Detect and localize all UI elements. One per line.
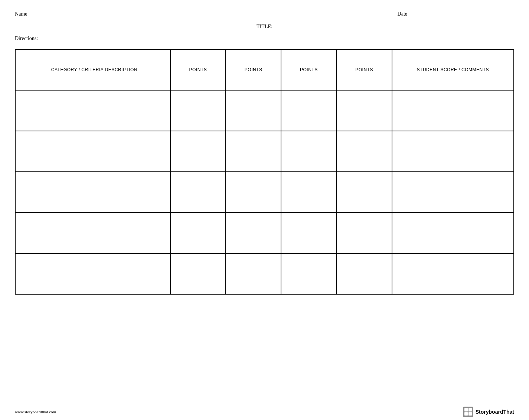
table-row	[15, 172, 514, 213]
cell-row1-score	[392, 131, 514, 172]
cell-row2-points1	[170, 172, 226, 213]
cell-row0-points3	[281, 90, 336, 131]
table-header-row: CATEGORY / CRITERIA DESCRIPTION POINTS P…	[15, 49, 514, 90]
title-label: TITLE:	[257, 24, 272, 29]
cell-row3-points3	[281, 213, 336, 253]
cell-row3-points2	[226, 213, 281, 253]
cell-row4-category	[15, 253, 170, 294]
cell-row0-points2	[226, 90, 281, 131]
col-header-points3: POINTS	[281, 49, 336, 90]
storyboardthat-logo-icon	[463, 407, 473, 417]
svg-rect-1	[468, 408, 472, 411]
cell-row1-points3	[281, 131, 336, 172]
directions-row: Directions:	[15, 36, 514, 42]
rubric-table: CATEGORY / CRITERIA DESCRIPTION POINTS P…	[15, 49, 514, 295]
cell-row1-points2	[226, 131, 281, 172]
cell-row1-points4	[336, 131, 392, 172]
name-field: Name	[15, 11, 245, 17]
col-header-score: STUDENT SCORE / COMMENTS	[392, 49, 514, 90]
cell-row4-points2	[226, 253, 281, 294]
brand-name: StoryboardThat	[476, 409, 514, 415]
cell-row1-points1	[170, 131, 226, 172]
cell-row1-category	[15, 131, 170, 172]
cell-row4-score	[392, 253, 514, 294]
cell-row0-points1	[170, 90, 226, 131]
date-line	[410, 11, 514, 17]
col-header-points4: POINTS	[336, 49, 392, 90]
col-header-points2: POINTS	[226, 49, 281, 90]
cell-row2-points2	[226, 172, 281, 213]
cell-row2-points3	[281, 172, 336, 213]
table-row	[15, 253, 514, 294]
date-label: Date	[398, 11, 407, 17]
cell-row2-score	[392, 172, 514, 213]
cell-row0-category	[15, 90, 170, 131]
name-line	[30, 11, 245, 17]
footer: www.storyboardthat.com StoryboardThat	[0, 404, 529, 420]
footer-website: www.storyboardthat.com	[15, 410, 56, 414]
cell-row3-score	[392, 213, 514, 253]
page-container: Name Date TITLE: Directions: CATEGORY / …	[0, 0, 529, 420]
col-header-points1: POINTS	[170, 49, 226, 90]
cell-row3-points1	[170, 213, 226, 253]
cell-row4-points1	[170, 253, 226, 294]
col-header-category: CATEGORY / CRITERIA DESCRIPTION	[15, 49, 170, 90]
cell-row4-points4	[336, 253, 392, 294]
svg-rect-3	[468, 412, 472, 416]
header-row: Name Date	[15, 11, 514, 17]
footer-logo: StoryboardThat	[463, 407, 514, 417]
date-field: Date	[398, 11, 514, 17]
table-row	[15, 213, 514, 253]
directions-label: Directions:	[15, 36, 38, 41]
cell-row4-points3	[281, 253, 336, 294]
cell-row3-points4	[336, 213, 392, 253]
title-row: TITLE:	[15, 24, 514, 30]
table-row	[15, 131, 514, 172]
cell-row2-category	[15, 172, 170, 213]
svg-rect-0	[464, 408, 468, 411]
cell-row2-points4	[336, 172, 392, 213]
svg-rect-2	[464, 412, 468, 416]
cell-row0-score	[392, 90, 514, 131]
cell-row3-category	[15, 213, 170, 253]
logo-svg	[464, 407, 473, 416]
cell-row0-points4	[336, 90, 392, 131]
name-label: Name	[15, 11, 27, 17]
table-row	[15, 90, 514, 131]
